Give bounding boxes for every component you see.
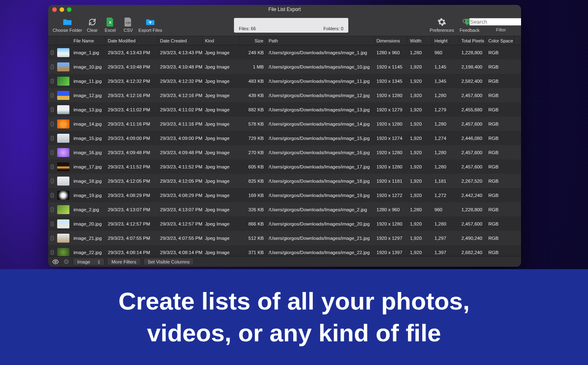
table-row[interactable]: image_18.jpg29/3/23, 4:12:05 PM29/3/23, …: [48, 174, 521, 188]
thumbnail: [57, 119, 69, 128]
search-input[interactable]: [469, 18, 521, 26]
col-width[interactable]: Width: [408, 36, 432, 45]
row-checkbox[interactable]: [51, 64, 54, 69]
thumbnail: [57, 162, 69, 171]
row-checkbox[interactable]: [51, 221, 54, 226]
cell-dimensions: 1920 x 1145: [374, 60, 408, 74]
cell-kind: Jpeg Image: [203, 88, 239, 102]
cell-date-created: 29/3/23, 4:08:29 PM: [158, 188, 203, 202]
kind-filter-select[interactable]: Image ▴▾: [73, 258, 105, 265]
row-checkbox[interactable]: [51, 164, 54, 169]
row-checkbox[interactable]: [51, 107, 54, 112]
search-tool: Filter: [484, 14, 518, 35]
cell-width: 1,920: [408, 217, 432, 231]
cell-color-space: RGB: [486, 159, 514, 174]
row-checkbox[interactable]: [51, 207, 54, 212]
col-total-pixels[interactable]: Total Pixels: [459, 36, 486, 45]
row-checkbox[interactable]: [51, 50, 54, 55]
col-checkbox[interactable]: [48, 36, 56, 45]
table-row[interactable]: image_16.jpg29/3/23, 4:09:48 PM29/3/23, …: [48, 145, 521, 159]
cell-width: 1,920: [408, 74, 432, 88]
col-height[interactable]: Height: [432, 36, 459, 45]
col-size[interactable]: Size: [239, 36, 266, 45]
col-date-modified[interactable]: Date Modified: [105, 36, 158, 45]
row-checkbox[interactable]: [51, 93, 54, 98]
cell-color-space: RGB: [486, 45, 514, 60]
table-row[interactable]: image_17.jpg29/3/23, 4:11:52 PM29/3/23, …: [48, 159, 521, 174]
table-row[interactable]: image_10.jpg29/3/23, 4:10:48 PM29/3/23, …: [48, 60, 521, 74]
table-row[interactable]: image_11.jpg29/3/23, 4:12:32 PM29/3/23, …: [48, 74, 521, 88]
cell-date-created: 29/3/23, 4:11:52 PM: [158, 159, 203, 174]
col-file-name[interactable]: File Name: [71, 36, 105, 45]
cell-path: /Users/giorgos/Downloads/Images/image_18…: [266, 174, 374, 188]
col-kind[interactable]: Kind: [203, 36, 239, 45]
cell-kind: Jpeg Image: [203, 202, 239, 217]
more-filters-button[interactable]: More Filters: [107, 258, 141, 265]
row-checkbox[interactable]: [51, 122, 54, 126]
promo-caption: Create lists of all your photos, videos,…: [0, 269, 588, 365]
export-files-button[interactable]: Export Files: [137, 14, 163, 35]
table-row[interactable]: image_12.jpg29/3/23, 4:12:16 PM29/3/23, …: [48, 88, 521, 102]
visibility-toggle-button[interactable]: [51, 258, 60, 265]
fullscreen-window-button[interactable]: [67, 7, 71, 12]
row-checkbox[interactable]: [51, 179, 54, 184]
cell-size: 483 KB: [239, 74, 266, 88]
footer-bar: Image ▴▾ More Filters Set Visible Column…: [48, 256, 521, 267]
table-row[interactable]: image_13.jpg29/3/23, 4:11:02 PM29/3/23, …: [48, 102, 521, 117]
cell-total-pixels: 2,457,600: [459, 117, 486, 131]
cell-date-created: 29/3/23, 4:12:05 PM: [158, 174, 203, 188]
csv-button[interactable]: CSV CSV: [119, 14, 137, 35]
excel-button[interactable]: X Excel: [101, 14, 119, 35]
col-thumb[interactable]: [56, 36, 71, 45]
table-row[interactable]: image_2.jpg29/3/23, 4:13:07 PM29/3/23, 4…: [48, 202, 521, 217]
thumbnail: [57, 105, 69, 114]
cell-size: 866 KB: [239, 217, 266, 231]
table-row[interactable]: image_22.jpg29/3/23, 4:08:14 PM29/3/23, …: [48, 245, 521, 256]
cell-total-pixels: 2,457,600: [459, 159, 486, 174]
row-checkbox[interactable]: [51, 236, 54, 241]
col-color-space[interactable]: Color Space: [486, 36, 514, 45]
set-visible-columns-button[interactable]: Set Visible Columns: [143, 258, 194, 265]
cell-size: 1 MB: [239, 60, 266, 74]
cell-path: /Users/giorgos/Downloads/Images/image_20…: [266, 217, 374, 231]
table-body[interactable]: image_1.jpg29/3/23, 4:13:43 PM29/3/23, 4…: [48, 45, 521, 256]
cell-total-pixels: 2,457,600: [459, 145, 486, 159]
clear-button[interactable]: Clear: [83, 14, 101, 35]
close-window-button[interactable]: [52, 7, 57, 12]
row-checkbox[interactable]: [51, 250, 54, 255]
cell-total-pixels: 2,455,680: [459, 102, 486, 117]
cell-kind: Jpeg Image: [203, 131, 239, 145]
cell-color-space: RGB: [486, 174, 514, 188]
row-checkbox[interactable]: [51, 136, 54, 141]
cell-size: 578 KB: [239, 117, 266, 131]
cell-path: /Users/giorgos/Downloads/Images/image_15…: [266, 131, 374, 145]
minimize-window-button[interactable]: [60, 7, 64, 12]
row-checkbox[interactable]: [51, 150, 54, 155]
cell-size: 249 KB: [239, 45, 266, 60]
preferences-button[interactable]: Preferences: [429, 14, 455, 35]
cell-width: 1,920: [408, 60, 432, 74]
cell-dimensions: 1920 x 1272: [374, 188, 408, 202]
col-path[interactable]: Path: [266, 36, 374, 45]
table-row[interactable]: image_1.jpg29/3/23, 4:13:43 PM29/3/23, 4…: [48, 45, 521, 60]
table-header: File Name Date Modified Date Created Kin…: [48, 36, 521, 45]
table-row[interactable]: image_15.jpg29/3/23, 4:09:00 PM29/3/23, …: [48, 131, 521, 145]
col-date-created[interactable]: Date Created: [158, 36, 203, 45]
choose-folder-button[interactable]: Choose Folder: [51, 14, 83, 35]
cell-file-name: image_19.jpg: [71, 188, 105, 202]
table-row[interactable]: image_14.jpg29/3/23, 4:11:16 PM29/3/23, …: [48, 117, 521, 131]
table-row[interactable]: image_19.jpg29/3/23, 4:08:29 PM29/3/23, …: [48, 188, 521, 202]
table-row[interactable]: image_21.jpg29/3/23, 4:07:55 PM29/3/23, …: [48, 231, 521, 245]
col-dimensions[interactable]: Dimensions: [374, 36, 408, 45]
cell-date-modified: 29/3/23, 4:12:16 PM: [105, 88, 158, 102]
magnifier-icon: [462, 19, 468, 25]
cell-date-created: 29/3/23, 4:10:48 PM: [158, 60, 203, 74]
cell-date-modified: 29/3/23, 4:07:55 PM: [105, 231, 158, 245]
row-checkbox[interactable]: [51, 193, 54, 198]
cell-height: 1,279: [432, 102, 459, 117]
clear-filter-button[interactable]: [62, 258, 70, 265]
cell-file-name: image_15.jpg: [71, 131, 105, 145]
table-row[interactable]: image_20.jpg29/3/23, 4:12:57 PM29/3/23, …: [48, 217, 521, 231]
row-checkbox[interactable]: [51, 79, 54, 84]
thumbnail: [57, 177, 69, 186]
